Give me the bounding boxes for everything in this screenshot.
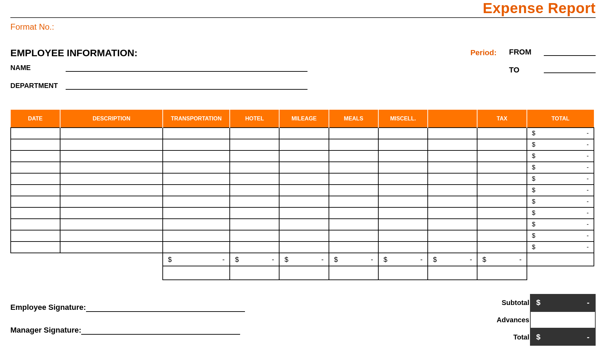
cell-date[interactable] <box>11 242 60 253</box>
cell-hotel[interactable] <box>230 162 279 173</box>
cell-mileage[interactable] <box>279 242 329 253</box>
cell-meals[interactable] <box>329 185 378 196</box>
cell-misc[interactable] <box>378 207 428 219</box>
cell-transportation[interactable] <box>163 207 230 219</box>
cell-description[interactable] <box>60 173 163 185</box>
cell-description[interactable] <box>60 207 163 219</box>
cell-mileage[interactable] <box>279 150 329 162</box>
cell-description[interactable] <box>60 139 163 150</box>
cell-tax[interactable] <box>477 162 527 173</box>
cell-blank[interactable] <box>428 207 477 219</box>
cell-transportation[interactable] <box>163 230 230 242</box>
cell-hotel[interactable] <box>230 207 279 219</box>
cell-misc[interactable] <box>378 173 428 185</box>
cell-blank[interactable] <box>428 242 477 253</box>
cell-blank[interactable] <box>428 128 477 139</box>
cell-mileage[interactable] <box>279 139 329 150</box>
cell-misc[interactable] <box>378 139 428 150</box>
cell-hotel[interactable] <box>230 230 279 242</box>
cell-blank[interactable] <box>428 173 477 185</box>
cell-meals[interactable] <box>329 162 378 173</box>
department-input-line[interactable] <box>66 81 307 90</box>
cell-date[interactable] <box>11 207 60 219</box>
cell-description[interactable] <box>60 230 163 242</box>
cell-description[interactable] <box>60 219 163 230</box>
employee-signature-line[interactable] <box>86 304 245 312</box>
cell-mileage[interactable] <box>279 128 329 139</box>
cell-date[interactable] <box>11 162 60 173</box>
cell-mileage[interactable] <box>279 173 329 185</box>
cell-meals[interactable] <box>329 207 378 219</box>
cell-date[interactable] <box>11 150 60 162</box>
cell-tax[interactable] <box>477 150 527 162</box>
cell-mileage[interactable] <box>279 230 329 242</box>
cell-hotel[interactable] <box>230 242 279 253</box>
cell-tax[interactable] <box>477 242 527 253</box>
cell-tax[interactable] <box>477 173 527 185</box>
cell-transportation[interactable] <box>163 128 230 139</box>
cell-description[interactable] <box>60 162 163 173</box>
cell-meals[interactable] <box>329 242 378 253</box>
cell-hotel[interactable] <box>230 196 279 207</box>
cell-description[interactable] <box>60 196 163 207</box>
cell-date[interactable] <box>11 128 60 139</box>
cell-misc[interactable] <box>378 185 428 196</box>
cell-tax[interactable] <box>477 139 527 150</box>
cell-tax[interactable] <box>477 128 527 139</box>
manager-signature-line[interactable] <box>81 326 240 335</box>
cell-hotel[interactable] <box>230 173 279 185</box>
cell-blank[interactable] <box>428 219 477 230</box>
cell-mileage[interactable] <box>279 207 329 219</box>
cell-misc[interactable] <box>378 219 428 230</box>
cell-blank[interactable] <box>428 162 477 173</box>
cell-blank[interactable] <box>428 150 477 162</box>
cell-blank[interactable] <box>428 185 477 196</box>
cell-hotel[interactable] <box>230 219 279 230</box>
cell-misc[interactable] <box>378 230 428 242</box>
cell-blank[interactable] <box>428 139 477 150</box>
cell-hotel[interactable] <box>230 150 279 162</box>
cell-mileage[interactable] <box>279 219 329 230</box>
cell-transportation[interactable] <box>163 196 230 207</box>
cell-mileage[interactable] <box>279 185 329 196</box>
cell-transportation[interactable] <box>163 242 230 253</box>
cell-blank[interactable] <box>428 230 477 242</box>
cell-transportation[interactable] <box>163 150 230 162</box>
cell-description[interactable] <box>60 242 163 253</box>
cell-meals[interactable] <box>329 139 378 150</box>
cell-blank[interactable] <box>428 196 477 207</box>
cell-misc[interactable] <box>378 196 428 207</box>
cell-meals[interactable] <box>329 128 378 139</box>
cell-hotel[interactable] <box>230 139 279 150</box>
cell-hotel[interactable] <box>230 185 279 196</box>
cell-tax[interactable] <box>477 207 527 219</box>
cell-misc[interactable] <box>378 242 428 253</box>
cell-date[interactable] <box>11 219 60 230</box>
cell-transportation[interactable] <box>163 173 230 185</box>
cell-description[interactable] <box>60 150 163 162</box>
cell-tax[interactable] <box>477 230 527 242</box>
cell-date[interactable] <box>11 185 60 196</box>
to-date-line[interactable] <box>544 65 596 73</box>
cell-tax[interactable] <box>477 196 527 207</box>
cell-misc[interactable] <box>378 162 428 173</box>
cell-meals[interactable] <box>329 196 378 207</box>
cell-transportation[interactable] <box>163 219 230 230</box>
cell-meals[interactable] <box>329 150 378 162</box>
cell-transportation[interactable] <box>163 139 230 150</box>
cell-misc[interactable] <box>378 150 428 162</box>
cell-mileage[interactable] <box>279 162 329 173</box>
from-date-line[interactable] <box>544 48 596 56</box>
cell-transportation[interactable] <box>163 185 230 196</box>
cell-mileage[interactable] <box>279 196 329 207</box>
cell-description[interactable] <box>60 128 163 139</box>
cell-meals[interactable] <box>329 173 378 185</box>
name-input-line[interactable] <box>66 63 307 72</box>
cell-transportation[interactable] <box>163 162 230 173</box>
cell-tax[interactable] <box>477 185 527 196</box>
cell-date[interactable] <box>11 196 60 207</box>
cell-description[interactable] <box>60 185 163 196</box>
cell-meals[interactable] <box>329 230 378 242</box>
cell-meals[interactable] <box>329 219 378 230</box>
cell-date[interactable] <box>11 139 60 150</box>
